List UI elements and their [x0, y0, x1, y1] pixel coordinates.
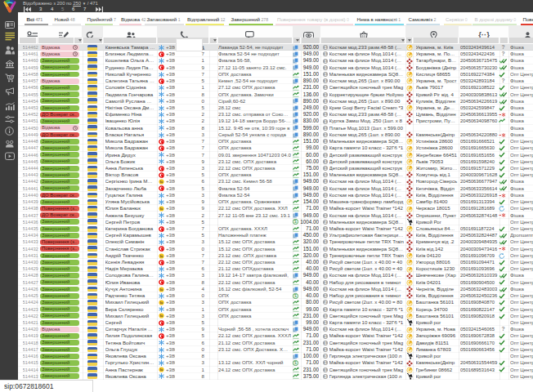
svg-text:2: 2 — [324, 220, 326, 225]
svg-text:1: 1 — [324, 254, 326, 258]
svg-text:1: 1 — [324, 281, 326, 285]
svg-text:2: 2 — [324, 301, 326, 305]
svg-text:1: 1 — [324, 267, 326, 271]
svg-text:1: 1 — [324, 173, 326, 177]
svg-text:1: 1 — [324, 167, 326, 171]
svg-text:$: $ — [294, 293, 297, 298]
svg-text:1: 1 — [324, 119, 326, 123]
svg-text:$: $ — [294, 360, 297, 365]
svg-text:1: 1 — [324, 294, 326, 298]
svg-text:1: 1 — [324, 146, 326, 150]
svg-text:1: 1 — [324, 200, 326, 204]
svg-text:1: 1 — [324, 321, 326, 325]
svg-text:1: 1 — [324, 133, 326, 137]
svg-text:1: 1 — [324, 113, 326, 117]
svg-text:1: 1 — [324, 46, 326, 50]
svg-text:1: 1 — [324, 187, 326, 191]
svg-text:1: 1 — [324, 274, 326, 278]
svg-text:1: 1 — [324, 100, 326, 104]
svg-text:1: 1 — [324, 66, 326, 70]
svg-text:1: 1 — [324, 247, 326, 251]
svg-text:1: 1 — [324, 52, 326, 56]
svg-text:1: 1 — [324, 92, 326, 96]
svg-text:1: 1 — [324, 194, 326, 198]
svg-text:1: 1 — [324, 234, 326, 238]
svg-text:1: 1 — [324, 314, 326, 318]
svg-text:3: 3 — [324, 375, 326, 379]
svg-text:1: 1 — [324, 73, 326, 77]
svg-text:1: 1 — [324, 334, 326, 338]
svg-text:1: 1 — [324, 227, 326, 231]
svg-text:1: 1 — [324, 106, 326, 110]
svg-text:1: 1 — [324, 180, 326, 184]
svg-text:1: 1 — [324, 348, 326, 352]
svg-text:1: 1 — [324, 127, 326, 131]
svg-text:1: 1 — [324, 86, 326, 90]
svg-text:1: 1 — [324, 341, 326, 345]
svg-text:1: 1 — [324, 327, 326, 332]
svg-text:1: 1 — [324, 307, 326, 311]
svg-text:1: 1 — [324, 213, 326, 217]
svg-text:3: 3 — [324, 354, 326, 359]
svg-text:1: 1 — [324, 287, 326, 292]
svg-text:1: 1 — [324, 140, 326, 144]
svg-text:1: 1 — [324, 59, 326, 63]
svg-text:1: 1 — [324, 240, 326, 244]
svg-text:1: 1 — [324, 368, 326, 372]
svg-text:1: 1 — [324, 207, 326, 211]
svg-text:1: 1 — [324, 160, 326, 164]
svg-text:1: 1 — [324, 153, 326, 157]
svg-text:1: 1 — [324, 79, 326, 83]
svg-text:1: 1 — [324, 261, 326, 265]
svg-text:$: $ — [294, 220, 297, 225]
svg-text:1: 1 — [324, 361, 326, 365]
svg-text:%: % — [9, 75, 12, 79]
